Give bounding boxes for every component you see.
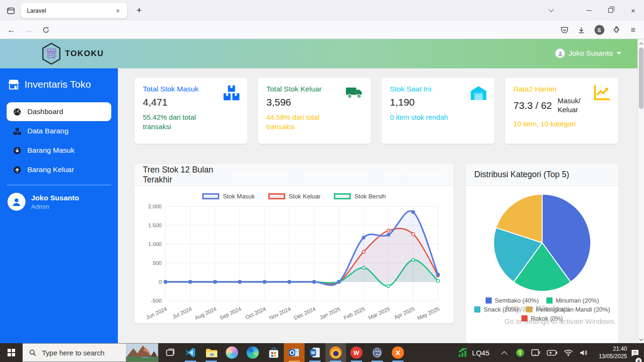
card-value-label-line2: Keluar xyxy=(558,106,580,115)
pie-panel-header: Distribusi Kategori (Top 5) xyxy=(466,164,619,186)
taskbar-icon-copilot[interactable] xyxy=(222,343,242,362)
search-input[interactable] xyxy=(42,349,122,357)
card-subtext: 44.58% dari total transaksi xyxy=(266,113,342,132)
start-button[interactable] xyxy=(0,343,23,362)
pie-legend-label: Minuman (20%) xyxy=(556,297,599,304)
taskbar-icon-wps[interactable]: W xyxy=(346,343,367,362)
downloads-icon[interactable] xyxy=(574,23,588,37)
chevron-down-icon xyxy=(617,52,621,55)
y-tick-label: 0 xyxy=(159,279,162,285)
tab-list-button[interactable] xyxy=(540,0,562,21)
pie-legend-label: Snack (20%) xyxy=(484,306,519,313)
scrollbar-down-arrow[interactable] xyxy=(638,335,644,342)
system-tray: LQ45 21:40 13/05/2025 4 xyxy=(458,343,644,362)
notification-center-icon[interactable]: 4 xyxy=(631,343,639,362)
pie-legend-item[interactable]: Minuman (20%) xyxy=(546,297,599,304)
volume-icon[interactable] xyxy=(579,343,588,362)
card-value: 73.3 / 62 xyxy=(513,100,552,111)
page-scrollbar[interactable] xyxy=(637,39,644,343)
pie-legend-swatch xyxy=(474,306,480,313)
battery-icon[interactable] xyxy=(547,343,557,362)
stock-widget-icon[interactable] xyxy=(458,343,469,362)
card-total-stok-keluar: Total Stok Keluar 3,596 44.58% dari tota… xyxy=(258,78,371,144)
user-menu[interactable]: Joko Susanto xyxy=(555,49,621,58)
taskbar-icon-xampp[interactable]: ꓫ xyxy=(388,343,408,362)
taskbar-icon-ms-store[interactable] xyxy=(263,343,284,362)
reload-button[interactable] xyxy=(39,23,53,37)
tab-title: Laravel xyxy=(27,8,113,14)
browser-tab[interactable]: Laravel × xyxy=(21,3,127,18)
data-point xyxy=(263,280,266,283)
firefox-view-icon[interactable] xyxy=(5,5,17,17)
pie-legend-swatch xyxy=(486,297,492,304)
card-subtext: 10 item, 10 kategori xyxy=(513,119,610,129)
sidebar-item-barang-keluar[interactable]: Barang Keluar xyxy=(7,160,111,179)
menu-icon[interactable]: ≡ xyxy=(626,23,640,37)
scrollbar-up-arrow[interactable] xyxy=(638,40,644,47)
sidebar-item-data-barang[interactable]: Data Barang xyxy=(7,122,111,140)
pie-chart[interactable] xyxy=(491,191,594,294)
forward-button[interactable]: → xyxy=(22,23,36,37)
window-close-button[interactable]: × xyxy=(622,0,644,21)
pie-legend-item[interactable]: Perlengkapan Mandi (20%) xyxy=(526,306,610,313)
pocket-icon[interactable] xyxy=(557,23,571,37)
pie-legend-label: Rokok (0%) xyxy=(531,315,563,322)
sidebar-item-barang-masuk[interactable]: Barang Masuk xyxy=(7,141,111,160)
data-point xyxy=(437,273,439,276)
badge-merah: Merah = Stok Keluar xyxy=(305,171,367,178)
back-button[interactable]: ← xyxy=(4,23,18,37)
brand-logo[interactable]: TOKOKU xyxy=(41,42,104,66)
extensions-icon[interactable] xyxy=(609,23,623,37)
pie-legend-item[interactable]: Rokok (0%) xyxy=(521,315,563,322)
card-value-label-line1: Masuk/ xyxy=(558,97,580,106)
app-header: TOKOKU Joko Susanto xyxy=(0,39,644,68)
pie-legend-item[interactable]: Snack (20%) xyxy=(474,306,519,313)
tray-expand-icon[interactable] xyxy=(501,351,507,357)
taskbar-clock[interactable]: 21:40 13/05/2025 xyxy=(596,345,627,360)
clock-date: 13/05/2025 xyxy=(596,353,627,360)
task-view-button[interactable] xyxy=(159,343,180,362)
account-icon[interactable]: S xyxy=(592,23,606,37)
taskbar-icon-vscode[interactable] xyxy=(180,343,201,362)
x-tick-label: Jul 2024 xyxy=(172,306,193,320)
data-point xyxy=(387,229,390,232)
data-point xyxy=(387,285,390,288)
taskbar-icon-word[interactable] xyxy=(305,343,325,362)
legend-item[interactable]: Stok Masuk xyxy=(202,193,255,200)
taskbar-search[interactable] xyxy=(23,343,158,362)
warehouse-icon xyxy=(470,85,487,103)
data-point xyxy=(362,236,365,239)
taskbar-icon-edge[interactable] xyxy=(242,343,263,362)
line-chart[interactable]: 2.0001.5001.0005000-500Jun 2024Jul 2024A… xyxy=(142,203,446,320)
new-tab-button[interactable]: + xyxy=(133,4,145,16)
arrow-down-circle-icon xyxy=(13,147,21,155)
tab-close-icon[interactable]: × xyxy=(113,6,123,16)
sidebar-title: Inventaris Toko xyxy=(0,68,118,92)
data-point xyxy=(239,280,241,283)
pie-legend-swatch xyxy=(546,297,553,304)
taskbar-icon-outlook[interactable] xyxy=(284,343,305,362)
legend-item[interactable]: Stok Bersih xyxy=(334,193,386,200)
graph-up-icon xyxy=(594,85,611,103)
sidebar-item-dashboard[interactable]: Dashboard xyxy=(7,102,111,121)
data-point xyxy=(412,258,414,261)
card-rata2-harian: Rata2 Harian 73.3 / 62 Masuk/ Keluar 10 … xyxy=(505,78,618,144)
legend-item[interactable]: Stok Keluar xyxy=(268,193,321,200)
wifi-icon[interactable] xyxy=(564,343,573,362)
data-point xyxy=(338,280,340,283)
scrollbar-thumb[interactable] xyxy=(639,48,644,109)
legend-label: Stok Keluar xyxy=(289,193,321,200)
stock-widget-label[interactable]: LQ45 xyxy=(472,349,489,357)
window-minimize-button[interactable] xyxy=(578,0,600,21)
taskbar-icon-file-explorer[interactable] xyxy=(201,343,222,362)
pie-legend-label: Sembako (40%) xyxy=(495,297,539,304)
search-box-art xyxy=(126,344,158,362)
tray-app-icon[interactable] xyxy=(516,349,524,357)
card-value-label: Masuk/ Keluar xyxy=(558,97,580,115)
tablet-mode-icon[interactable] xyxy=(531,343,540,362)
window-restore-button[interactable] xyxy=(600,0,621,21)
taskbar-icon-firefox[interactable] xyxy=(325,343,346,362)
data-point xyxy=(412,233,414,236)
pie-legend-item[interactable]: Sembako (40%) xyxy=(486,297,539,304)
taskbar-icon-postgresql[interactable] xyxy=(367,343,388,362)
